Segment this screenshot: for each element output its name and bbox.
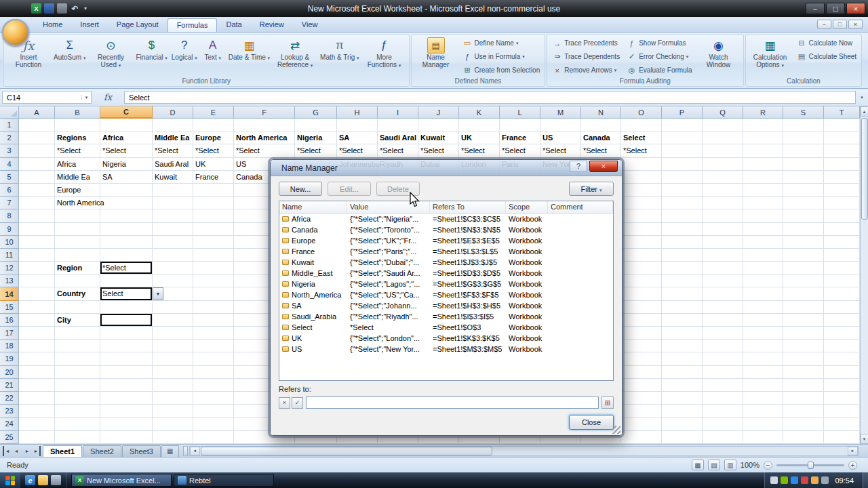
ribbon-tab-home[interactable]: Home <box>34 18 71 32</box>
cell-A19[interactable] <box>19 352 55 365</box>
cell-A12[interactable] <box>19 262 55 274</box>
cell-B4[interactable]: Africa <box>55 158 100 171</box>
row-header-14[interactable]: 14 <box>0 287 19 300</box>
cell-A25[interactable] <box>19 431 55 444</box>
cell-P9[interactable] <box>662 223 703 236</box>
cell-T10[interactable] <box>824 236 860 249</box>
watch-window-button[interactable]: ◉ Watch Window <box>696 36 742 68</box>
name-manager-row-saudi_arabia[interactable]: Saudi_Arabia{"*Select";"Riyadh"...=Sheet… <box>279 311 613 322</box>
cell-A9[interactable] <box>19 223 55 236</box>
cell-S6[interactable] <box>783 184 824 197</box>
cell-B16[interactable]: City <box>55 314 100 327</box>
scroll-right-icon[interactable]: ► <box>848 447 858 455</box>
cell-S25[interactable] <box>783 431 824 444</box>
cell-S2[interactable] <box>783 131 824 144</box>
cell-R24[interactable] <box>743 418 783 430</box>
cell-R11[interactable] <box>743 249 783 262</box>
cell-D18[interactable] <box>153 340 193 352</box>
insert-worksheet-tab[interactable]: ▦ <box>161 445 179 457</box>
name-manager-row-kuwait[interactable]: Kuwait{"*Select";"Dubai";"...=Sheet1!$J$… <box>279 257 613 268</box>
ribbon-tab-page-layout[interactable]: Page Layout <box>108 18 167 32</box>
row-header-10[interactable]: 10 <box>0 236 19 249</box>
cell-E4[interactable]: UK <box>193 158 234 171</box>
cell-E23[interactable] <box>193 405 234 418</box>
calculate-sheet-button[interactable]: ▤ Calculate Sheet <box>795 50 859 63</box>
cell-D1[interactable] <box>153 119 193 131</box>
cell-C1[interactable] <box>100 119 153 131</box>
row-header-2[interactable]: 2 <box>0 131 19 144</box>
office-button[interactable] <box>2 19 29 46</box>
cell-T15[interactable] <box>824 301 860 314</box>
enter-icon[interactable]: ✓ <box>292 397 303 409</box>
minimize-button[interactable]: − <box>806 3 825 14</box>
cell-O10[interactable] <box>621 236 662 249</box>
cell-Q16[interactable] <box>703 314 743 327</box>
workbook-restore-button[interactable]: □ <box>833 20 847 29</box>
save-icon[interactable] <box>44 3 54 14</box>
evaluate-formula-button[interactable]: ◎ Evaluate Formula <box>625 64 694 77</box>
cell-Q14[interactable] <box>703 287 743 300</box>
tray-icon[interactable] <box>770 476 778 484</box>
cell-E21[interactable] <box>193 379 234 392</box>
cell-E5[interactable]: France <box>193 171 234 184</box>
resize-grip[interactable] <box>612 426 620 434</box>
cell-D4[interactable]: Saudi Aral <box>153 158 193 171</box>
cell-O6[interactable] <box>621 184 662 197</box>
more-functions-button[interactable]: ƒ More Functions ▾ <box>361 36 408 69</box>
row-header-13[interactable]: 13 <box>0 274 19 287</box>
cell-S4[interactable] <box>783 158 824 171</box>
cell-R15[interactable] <box>743 301 783 314</box>
horizontal-scroll-thumb[interactable] <box>201 447 492 455</box>
cell-D8[interactable] <box>153 209 193 222</box>
cell-Q11[interactable] <box>703 249 743 262</box>
cell-A18[interactable] <box>19 340 55 352</box>
scroll-down-icon[interactable]: ▼ <box>861 434 868 444</box>
row-header-11[interactable]: 11 <box>0 249 19 262</box>
row-header-25[interactable]: 25 <box>0 431 19 444</box>
cell-O4[interactable] <box>621 158 662 171</box>
excel-logo-icon[interactable]: X <box>31 3 41 14</box>
cell-B9[interactable] <box>55 223 100 236</box>
cell-Q4[interactable] <box>703 158 743 171</box>
cell-E16[interactable] <box>193 314 234 327</box>
cell-T14[interactable] <box>824 287 860 300</box>
restore-button[interactable]: □ <box>826 3 845 14</box>
cell-C19[interactable] <box>100 352 153 365</box>
cell-R17[interactable] <box>743 327 783 340</box>
cell-D5[interactable]: Kuwait <box>153 171 193 184</box>
cell-D11[interactable] <box>153 249 193 262</box>
cell-C15[interactable] <box>100 301 153 314</box>
cell-P12[interactable] <box>662 262 703 274</box>
cell-O15[interactable] <box>621 301 662 314</box>
cell-E10[interactable] <box>193 236 234 249</box>
cell-L1[interactable] <box>500 119 540 131</box>
row-header-7[interactable]: 7 <box>0 197 19 209</box>
row-header-16[interactable]: 16 <box>0 314 19 327</box>
cell-N3[interactable]: *Select <box>581 144 621 157</box>
taskbar-task-new-microsoft-excel[interactable]: XNew Microsoft Excel... <box>71 474 172 487</box>
logical-button[interactable]: ? Logical ▾ <box>170 36 199 62</box>
cell-O25[interactable] <box>621 431 662 444</box>
cell-S14[interactable] <box>783 287 824 300</box>
cell-A21[interactable] <box>19 379 55 392</box>
cell-J1[interactable] <box>418 119 459 131</box>
cell-T1[interactable] <box>824 119 860 131</box>
cell-S11[interactable] <box>783 249 824 262</box>
row-header-6[interactable]: 6 <box>0 184 19 197</box>
cell-T21[interactable] <box>824 379 860 392</box>
close-dialog-button[interactable]: Close <box>569 415 614 430</box>
name-box[interactable]: C14 ▾ <box>2 91 92 104</box>
sheet-nav-first-icon[interactable]: ◄ <box>3 446 11 456</box>
row-header-15[interactable]: 15 <box>0 301 19 314</box>
cell-B22[interactable] <box>55 392 100 405</box>
cell-Q3[interactable] <box>703 144 743 157</box>
formula-input[interactable]: Select <box>124 91 856 104</box>
cell-Q21[interactable] <box>703 379 743 392</box>
column-header-R[interactable]: R <box>743 106 783 119</box>
cell-C17[interactable] <box>100 327 153 340</box>
cell-A1[interactable] <box>19 119 55 131</box>
row-header-8[interactable]: 8 <box>0 209 19 222</box>
cell-S9[interactable] <box>783 223 824 236</box>
cell-E19[interactable] <box>193 352 234 365</box>
cell-Q2[interactable] <box>703 131 743 144</box>
